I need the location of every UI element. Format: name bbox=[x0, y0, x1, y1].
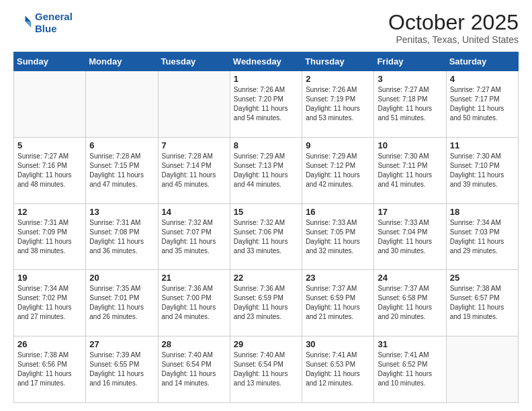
calendar-cell: 29Sunrise: 7:40 AM Sunset: 6:54 PM Dayli… bbox=[230, 336, 302, 403]
calendar-cell: 21Sunrise: 7:36 AM Sunset: 7:00 PM Dayli… bbox=[158, 270, 230, 336]
day-info: Sunrise: 7:30 AM Sunset: 7:10 PM Dayligh… bbox=[450, 152, 515, 189]
day-info: Sunrise: 7:30 AM Sunset: 7:11 PM Dayligh… bbox=[378, 152, 442, 189]
day-info: Sunrise: 7:41 AM Sunset: 6:53 PM Dayligh… bbox=[306, 351, 370, 388]
page: General Blue October 2025 Penitas, Texas… bbox=[0, 0, 532, 411]
calendar-cell: 5Sunrise: 7:27 AM Sunset: 7:16 PM Daylig… bbox=[14, 137, 86, 203]
weekday-header: Tuesday bbox=[158, 52, 230, 71]
svg-marker-0 bbox=[26, 16, 32, 22]
day-info: Sunrise: 7:26 AM Sunset: 7:20 PM Dayligh… bbox=[234, 85, 298, 123]
day-number: 31 bbox=[378, 339, 442, 349]
day-number: 24 bbox=[378, 273, 442, 283]
calendar-cell: 4Sunrise: 7:27 AM Sunset: 7:17 PM Daylig… bbox=[446, 71, 518, 138]
day-number: 9 bbox=[306, 140, 370, 150]
logo-line2: Blue bbox=[35, 23, 57, 34]
day-number: 25 bbox=[450, 273, 515, 283]
day-number: 23 bbox=[306, 273, 370, 283]
day-number: 16 bbox=[306, 207, 370, 217]
day-info: Sunrise: 7:39 AM Sunset: 6:55 PM Dayligh… bbox=[89, 351, 154, 388]
day-number: 21 bbox=[162, 273, 226, 283]
calendar-cell: 18Sunrise: 7:34 AM Sunset: 7:03 PM Dayli… bbox=[446, 203, 518, 270]
day-info: Sunrise: 7:28 AM Sunset: 7:14 PM Dayligh… bbox=[162, 152, 226, 189]
weekday-header: Monday bbox=[86, 52, 158, 71]
day-number: 28 bbox=[162, 339, 226, 349]
day-info: Sunrise: 7:27 AM Sunset: 7:17 PM Dayligh… bbox=[450, 85, 515, 123]
calendar-cell: 2Sunrise: 7:26 AM Sunset: 7:19 PM Daylig… bbox=[302, 71, 374, 138]
calendar-cell bbox=[86, 71, 158, 138]
day-number: 12 bbox=[17, 207, 82, 217]
logo: General Blue bbox=[13, 11, 73, 35]
day-info: Sunrise: 7:27 AM Sunset: 7:16 PM Dayligh… bbox=[17, 152, 82, 189]
day-number: 14 bbox=[162, 207, 226, 217]
day-number: 7 bbox=[162, 140, 226, 150]
weekday-header: Wednesday bbox=[230, 52, 302, 71]
day-number: 10 bbox=[378, 140, 442, 150]
day-info: Sunrise: 7:32 AM Sunset: 7:06 PM Dayligh… bbox=[234, 218, 298, 256]
weekday-header: Friday bbox=[374, 52, 446, 71]
calendar-cell: 1Sunrise: 7:26 AM Sunset: 7:20 PM Daylig… bbox=[230, 71, 302, 138]
day-number: 2 bbox=[306, 74, 370, 84]
logo-icon bbox=[13, 13, 32, 32]
calendar-cell: 11Sunrise: 7:30 AM Sunset: 7:10 PM Dayli… bbox=[446, 137, 518, 203]
calendar-cell: 16Sunrise: 7:33 AM Sunset: 7:05 PM Dayli… bbox=[302, 203, 374, 270]
day-info: Sunrise: 7:35 AM Sunset: 7:01 PM Dayligh… bbox=[89, 284, 154, 322]
day-info: Sunrise: 7:33 AM Sunset: 7:04 PM Dayligh… bbox=[378, 218, 442, 256]
calendar-week-row: 1Sunrise: 7:26 AM Sunset: 7:20 PM Daylig… bbox=[14, 71, 519, 138]
day-number: 1 bbox=[234, 74, 298, 84]
calendar-week-row: 26Sunrise: 7:38 AM Sunset: 6:56 PM Dayli… bbox=[14, 336, 519, 403]
calendar-cell: 23Sunrise: 7:37 AM Sunset: 6:59 PM Dayli… bbox=[302, 270, 374, 336]
calendar-cell: 30Sunrise: 7:41 AM Sunset: 6:53 PM Dayli… bbox=[302, 336, 374, 403]
weekday-header: Saturday bbox=[446, 52, 518, 71]
svg-marker-1 bbox=[26, 21, 32, 28]
logo-text: General Blue bbox=[35, 11, 73, 35]
calendar-cell: 13Sunrise: 7:31 AM Sunset: 7:08 PM Dayli… bbox=[86, 203, 158, 270]
day-number: 19 bbox=[17, 273, 82, 283]
calendar-cell: 12Sunrise: 7:31 AM Sunset: 7:09 PM Dayli… bbox=[14, 203, 86, 270]
calendar-cell: 19Sunrise: 7:34 AM Sunset: 7:02 PM Dayli… bbox=[14, 270, 86, 336]
calendar-cell: 7Sunrise: 7:28 AM Sunset: 7:14 PM Daylig… bbox=[158, 137, 230, 203]
calendar-cell: 10Sunrise: 7:30 AM Sunset: 7:11 PM Dayli… bbox=[374, 137, 446, 203]
calendar-table: SundayMondayTuesdayWednesdayThursdayFrid… bbox=[13, 52, 519, 403]
day-number: 30 bbox=[306, 339, 370, 349]
day-info: Sunrise: 7:31 AM Sunset: 7:09 PM Dayligh… bbox=[17, 218, 82, 256]
calendar-cell: 15Sunrise: 7:32 AM Sunset: 7:06 PM Dayli… bbox=[230, 203, 302, 270]
day-number: 11 bbox=[450, 140, 515, 150]
calendar-cell bbox=[446, 336, 518, 403]
day-info: Sunrise: 7:34 AM Sunset: 7:03 PM Dayligh… bbox=[450, 218, 515, 256]
day-info: Sunrise: 7:37 AM Sunset: 6:59 PM Dayligh… bbox=[306, 284, 370, 322]
calendar-cell: 20Sunrise: 7:35 AM Sunset: 7:01 PM Dayli… bbox=[86, 270, 158, 336]
calendar-cell: 3Sunrise: 7:27 AM Sunset: 7:18 PM Daylig… bbox=[374, 71, 446, 138]
calendar-cell: 26Sunrise: 7:38 AM Sunset: 6:56 PM Dayli… bbox=[14, 336, 86, 403]
day-number: 20 bbox=[89, 273, 154, 283]
day-info: Sunrise: 7:34 AM Sunset: 7:02 PM Dayligh… bbox=[17, 284, 82, 322]
calendar-week-row: 5Sunrise: 7:27 AM Sunset: 7:16 PM Daylig… bbox=[14, 137, 519, 203]
calendar-header-row: SundayMondayTuesdayWednesdayThursdayFrid… bbox=[14, 52, 519, 71]
calendar-cell: 22Sunrise: 7:36 AM Sunset: 6:59 PM Dayli… bbox=[230, 270, 302, 336]
day-number: 15 bbox=[234, 207, 298, 217]
day-number: 6 bbox=[89, 140, 154, 150]
day-number: 5 bbox=[17, 140, 82, 150]
calendar-cell: 31Sunrise: 7:41 AM Sunset: 6:52 PM Dayli… bbox=[374, 336, 446, 403]
logo-line1: General bbox=[35, 11, 73, 22]
day-number: 29 bbox=[234, 339, 298, 349]
day-info: Sunrise: 7:33 AM Sunset: 7:05 PM Dayligh… bbox=[306, 218, 370, 256]
day-info: Sunrise: 7:31 AM Sunset: 7:08 PM Dayligh… bbox=[89, 218, 154, 256]
day-info: Sunrise: 7:29 AM Sunset: 7:13 PM Dayligh… bbox=[234, 152, 298, 189]
calendar-cell bbox=[158, 71, 230, 138]
day-info: Sunrise: 7:37 AM Sunset: 6:58 PM Dayligh… bbox=[378, 284, 442, 322]
title-block: October 2025 Penitas, Texas, United Stat… bbox=[388, 11, 519, 45]
day-info: Sunrise: 7:36 AM Sunset: 7:00 PM Dayligh… bbox=[162, 284, 226, 322]
calendar-cell: 27Sunrise: 7:39 AM Sunset: 6:55 PM Dayli… bbox=[86, 336, 158, 403]
day-info: Sunrise: 7:40 AM Sunset: 6:54 PM Dayligh… bbox=[162, 351, 226, 388]
header: General Blue October 2025 Penitas, Texas… bbox=[13, 11, 519, 45]
calendar-cell: 28Sunrise: 7:40 AM Sunset: 6:54 PM Dayli… bbox=[158, 336, 230, 403]
day-info: Sunrise: 7:32 AM Sunset: 7:07 PM Dayligh… bbox=[162, 218, 226, 256]
day-info: Sunrise: 7:41 AM Sunset: 6:52 PM Dayligh… bbox=[378, 351, 442, 388]
day-number: 22 bbox=[234, 273, 298, 283]
day-info: Sunrise: 7:28 AM Sunset: 7:15 PM Dayligh… bbox=[89, 152, 154, 189]
day-info: Sunrise: 7:26 AM Sunset: 7:19 PM Dayligh… bbox=[306, 85, 370, 123]
day-info: Sunrise: 7:38 AM Sunset: 6:56 PM Dayligh… bbox=[17, 351, 82, 388]
day-info: Sunrise: 7:29 AM Sunset: 7:12 PM Dayligh… bbox=[306, 152, 370, 189]
day-number: 27 bbox=[89, 339, 154, 349]
day-info: Sunrise: 7:36 AM Sunset: 6:59 PM Dayligh… bbox=[234, 284, 298, 322]
day-info: Sunrise: 7:40 AM Sunset: 6:54 PM Dayligh… bbox=[234, 351, 298, 388]
